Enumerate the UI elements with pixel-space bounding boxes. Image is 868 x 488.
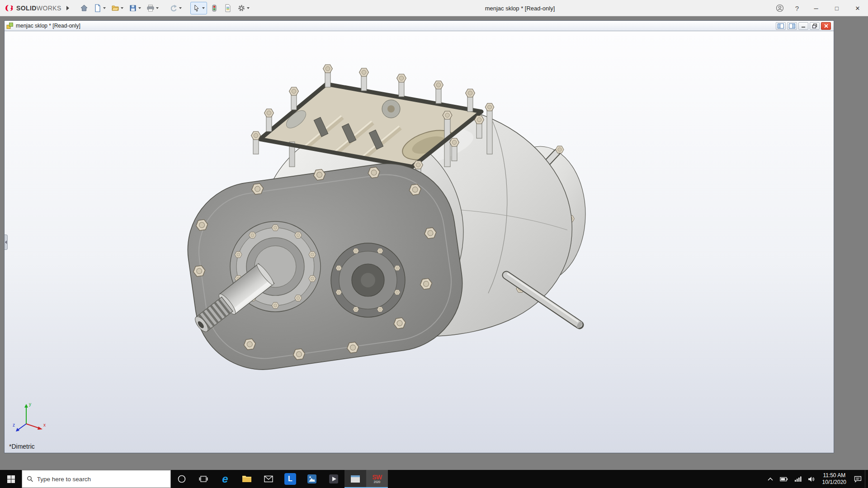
document-minimize-button[interactable] [798,22,808,30]
new-document-icon [94,4,102,12]
taskbar-item-l-app[interactable]: L [279,470,301,488]
search-icon [27,475,33,483]
close-window-button[interactable]: ✕ [847,0,868,16]
options-gear-icon [237,4,245,12]
x-axis-arrow [38,427,42,430]
cortana-button[interactable] [171,470,193,488]
split-pane-right-icon [789,23,795,28]
bearing-cover-boss[interactable] [331,243,405,317]
split-pane-left-icon [778,23,784,28]
undo-button[interactable] [167,2,184,14]
select-tool-button[interactable] [190,2,207,14]
display-pane-right-button[interactable] [787,22,797,30]
z-axis-label: z [13,422,15,427]
app-title: menjac sklop * [Read-only] [485,0,555,16]
taskbar-item-file-explorer[interactable] [236,470,258,488]
save-button[interactable] [127,2,143,14]
z-axis-arrow [16,428,19,432]
toolbar-flyout-arrow-icon[interactable] [64,2,71,14]
quick-access-toolbar [78,2,252,14]
show-desktop-button[interactable] [865,470,868,488]
brand-text-bold: SOLID [16,5,37,12]
network-icon [794,476,802,482]
taskbar-item-solidworks[interactable]: SW 2020 [366,470,388,488]
windows-taskbar: e L [0,470,868,488]
task-view-icon [199,475,208,483]
cortana-icon [177,474,186,483]
rebuild-traffic-light-icon [210,4,218,12]
document-window: menjac sklop * [Read-only] [4,20,834,453]
brand-text-light: WORKS [37,5,61,12]
help-button[interactable]: ? [788,0,806,16]
document-title: menjac sklop * [Read-only] [16,23,80,29]
front-flange-plate[interactable] [179,152,471,378]
tray-volume-button[interactable] [805,470,818,488]
taskbar-clock[interactable]: 11:50 AM 10/1/2020 [818,470,851,488]
edge-icon: e [222,474,228,484]
home-button[interactable] [78,2,90,14]
taskbar-search[interactable] [22,470,171,488]
close-icon [824,23,829,28]
clock-date: 10/1/2020 [822,479,846,486]
battery-icon [780,477,788,482]
dassault-systemes-logo-icon [5,4,14,12]
document-restore-button[interactable] [810,22,820,30]
solidworks-taskbar-icon: SW 2020 [372,474,382,484]
file-properties-icon [224,4,232,12]
rebuild-button[interactable] [208,2,221,14]
dropdown-arrow-icon [179,7,182,9]
mail-icon [264,475,273,483]
mdi-background: menjac sklop * [Read-only] [0,16,868,470]
action-center-icon [854,476,862,483]
assembly-document-icon [6,22,14,29]
solidworks-logo: SOLIDWORKS [0,4,64,12]
display-pane-left-button[interactable] [776,22,786,30]
document-close-button[interactable] [821,22,831,30]
windows-logo-icon [7,475,15,483]
start-button[interactable] [0,470,22,488]
open-button[interactable] [109,2,126,14]
task-view-button[interactable] [193,470,214,488]
y-axis-arrow [24,404,28,408]
gearbox-3d-model[interactable] [5,31,834,453]
dropdown-arrow-icon [138,7,141,9]
user-account-icon [776,4,784,12]
dropdown-arrow-icon [247,7,250,9]
solidworks-application: SOLIDWORKS [0,0,868,488]
graphics-viewport[interactable]: y x z *Dimetric [5,31,834,453]
new-document-button[interactable] [91,2,108,14]
speaker-icon [808,476,815,482]
select-cursor-icon [193,4,201,12]
media-player-icon [329,474,339,484]
home-icon [80,4,88,12]
options-button[interactable] [235,2,252,14]
taskbar-item-media-player[interactable] [323,470,344,488]
minimize-window-button[interactable]: ─ [806,0,826,16]
dropdown-arrow-icon [156,7,159,9]
document-titlebar[interactable]: menjac sklop * [Read-only] [5,21,834,31]
open-folder-icon [111,4,119,12]
file-explorer-icon [242,475,252,483]
tray-show-hidden-icons-button[interactable] [764,470,777,488]
titlebar-right-controls: ? ─ □ ✕ [771,0,868,16]
minimize-icon [801,23,806,28]
orientation-triad: y x z [13,399,49,436]
app-titlebar[interactable]: SOLIDWORKS [0,0,868,16]
dropdown-arrow-icon [103,7,106,9]
taskbar-item-photos[interactable] [301,470,323,488]
action-center-button[interactable] [851,470,865,488]
taskbar-item-active-window[interactable] [344,470,366,488]
panel-splitter-handle[interactable] [5,235,8,250]
user-account-button[interactable] [771,0,788,16]
taskbar-item-mail[interactable] [258,470,279,488]
taskbar-item-edge[interactable]: e [214,470,236,488]
tray-battery-button[interactable] [777,470,791,488]
tray-network-button[interactable] [791,470,805,488]
file-properties-button[interactable] [222,2,234,14]
maximize-window-button[interactable]: □ [826,0,847,16]
clock-time: 11:50 AM [823,472,845,479]
system-tray: 11:50 AM 10/1/2020 [764,470,868,488]
view-orientation-label: *Dimetric [9,443,35,450]
search-input[interactable] [37,476,166,483]
print-button[interactable] [144,2,161,14]
